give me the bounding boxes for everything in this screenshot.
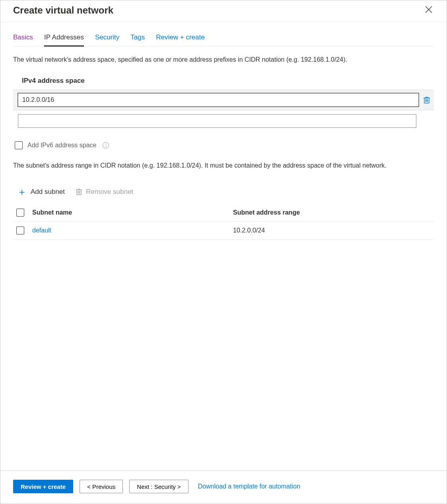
ipv6-checkbox-label: Add IPv6 address space bbox=[27, 142, 96, 149]
col-subnet-range: Subnet address range bbox=[233, 209, 434, 216]
col-subnet-name: Subnet name bbox=[32, 209, 233, 216]
address-space-description: The virtual network's address space, spe… bbox=[13, 55, 434, 64]
next-button[interactable]: Next : Security > bbox=[129, 480, 188, 493]
previous-button[interactable]: < Previous bbox=[80, 480, 123, 493]
row-checkbox[interactable] bbox=[16, 227, 24, 234]
add-subnet-label: Add subnet bbox=[31, 188, 65, 196]
address-row-0 bbox=[18, 93, 431, 107]
subnet-description: The subnet's address range in CIDR notat… bbox=[13, 161, 434, 170]
subnet-table: Subnet name Subnet address range default… bbox=[13, 204, 434, 240]
tab-tags[interactable]: Tags bbox=[130, 33, 145, 46]
ipv6-checkbox[interactable] bbox=[15, 141, 23, 149]
address-space-block bbox=[13, 90, 434, 110]
subnet-name-link[interactable]: default bbox=[32, 227, 51, 234]
address-input-empty[interactable] bbox=[18, 114, 416, 128]
tab-bar: Basics IP Addresses Security Tags Review… bbox=[13, 33, 434, 47]
address-input-0[interactable] bbox=[18, 93, 419, 107]
trash-icon bbox=[76, 188, 82, 195]
subnet-range-cell: 10.2.0.0/24 bbox=[233, 227, 434, 234]
table-row: default 10.2.0.0/24 bbox=[13, 222, 434, 240]
tab-ip-addresses[interactable]: IP Addresses bbox=[44, 33, 84, 47]
ipv6-checkbox-row: Add IPv6 address space i bbox=[15, 141, 434, 149]
delete-icon[interactable] bbox=[423, 96, 431, 104]
tab-security[interactable]: Security bbox=[95, 33, 119, 46]
subnet-table-header: Subnet name Subnet address range bbox=[13, 204, 434, 222]
tab-review-create[interactable]: Review + create bbox=[156, 33, 204, 46]
tab-basics[interactable]: Basics bbox=[13, 33, 33, 46]
remove-subnet-label: Remove subnet bbox=[86, 188, 133, 196]
panel-header: Create virtual network bbox=[0, 0, 447, 22]
remove-subnet-button: Remove subnet bbox=[76, 188, 133, 196]
page-title: Create virtual network bbox=[13, 5, 113, 16]
create-vnet-panel: Create virtual network Basics IP Address… bbox=[0, 0, 447, 504]
panel-content: Basics IP Addresses Security Tags Review… bbox=[0, 22, 447, 471]
download-template-link[interactable]: Download a template for automation bbox=[198, 483, 300, 490]
select-all-checkbox[interactable] bbox=[16, 209, 24, 217]
subnet-toolbar: ＋ Add subnet Remove subnet bbox=[17, 187, 434, 197]
review-create-button[interactable]: Review + create bbox=[13, 480, 73, 493]
panel-footer: Review + create < Previous Next : Securi… bbox=[0, 471, 447, 504]
ipv4-label: IPv4 address space bbox=[22, 77, 434, 85]
plus-icon: ＋ bbox=[17, 187, 27, 197]
info-icon[interactable]: i bbox=[103, 142, 109, 148]
close-icon[interactable] bbox=[424, 4, 434, 16]
add-subnet-button[interactable]: ＋ Add subnet bbox=[17, 187, 65, 197]
